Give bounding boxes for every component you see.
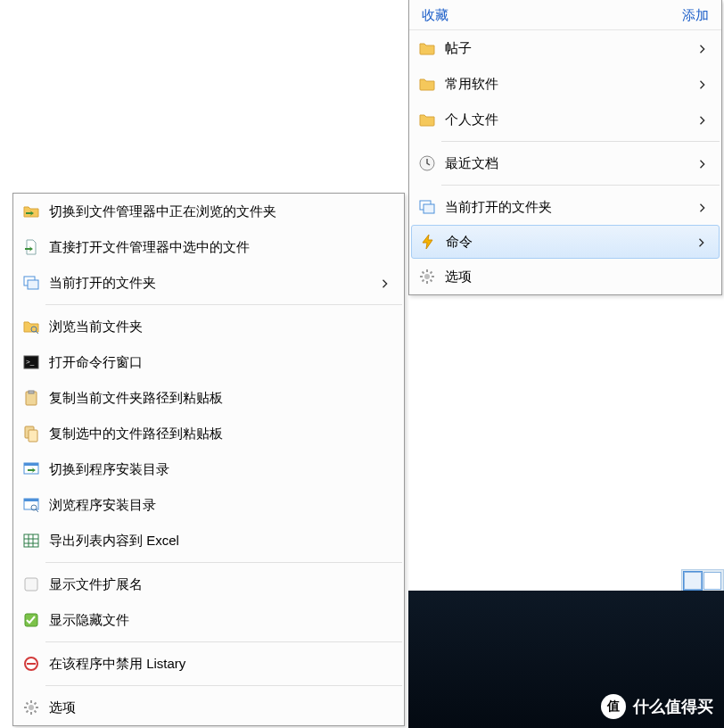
thumb-1[interactable] <box>684 572 702 590</box>
excel-icon <box>22 532 40 550</box>
menu-item-label: 切换到程序安装目录 <box>49 461 393 478</box>
window-go-icon <box>22 460 40 478</box>
folder-search-icon <box>22 318 40 335</box>
menu-item-label: 切换到文件管理器中正在浏览的文件夹 <box>49 203 393 220</box>
check-off-icon <box>22 575 40 593</box>
menu-item-commands[interactable]: 命令 <box>411 225 720 259</box>
menu-item-label: 在该程序中禁用 Listary <box>49 656 393 673</box>
forbid-icon <box>22 655 40 673</box>
menu-item-label: 命令 <box>446 234 688 251</box>
menu-item-label: 选项 <box>49 699 393 716</box>
separator <box>45 304 402 305</box>
menu-item-open-folders-2[interactable]: 当前打开的文件夹 <box>13 265 404 301</box>
menu-item-label: 浏览当前文件夹 <box>49 318 393 335</box>
menu-item-open-folders[interactable]: 当前打开的文件夹 <box>409 189 721 225</box>
clipboard-multi-icon <box>22 425 40 443</box>
menu-item-switch-fm-folder[interactable]: 切换到文件管理器中正在浏览的文件夹 <box>13 194 404 229</box>
commands-list: 切换到文件管理器中正在浏览的文件夹直接打开文件管理器中选中的文件当前打开的文件夹… <box>13 194 404 725</box>
menu-item-open-cmd[interactable]: 打开命令行窗口 <box>13 344 404 380</box>
chevron-right-icon <box>698 41 711 56</box>
bolt-icon <box>419 233 437 251</box>
menu-item-label: 个人文件 <box>445 112 689 128</box>
check-on-icon <box>22 611 40 629</box>
menu-item-label: 显示文件扩展名 <box>49 576 393 593</box>
menu-item-label: 打开命令行窗口 <box>49 354 393 371</box>
windows-icon <box>418 198 436 216</box>
watermark-text: 什么值得买 <box>633 696 713 717</box>
commands-submenu: 切换到文件管理器中正在浏览的文件夹直接打开文件管理器中选中的文件当前打开的文件夹… <box>12 193 405 726</box>
watermark-badge-icon: 值 <box>601 694 626 719</box>
folder-arrow-icon <box>22 203 40 220</box>
menu-item-label: 浏览程序安装目录 <box>49 497 393 514</box>
separator <box>45 641 402 642</box>
menu-item-label: 直接打开文件管理器中选中的文件 <box>49 239 393 256</box>
favorites-list: 帖子常用软件个人文件最近文档当前打开的文件夹命令选项 <box>409 30 721 294</box>
menu-item-browse-install[interactable]: 浏览程序安装目录 <box>13 487 404 523</box>
separator <box>441 185 720 186</box>
menu-item-browse-folder[interactable]: 浏览当前文件夹 <box>13 309 404 344</box>
menu-item-label: 当前打开的文件夹 <box>445 199 689 216</box>
folder-icon <box>418 75 436 93</box>
menu-item-open-fm-file[interactable]: 直接打开文件管理器中选中的文件 <box>13 229 404 265</box>
clock-icon <box>418 154 436 172</box>
menu-item-copy-file-path[interactable]: 复制选中的文件路径到粘贴板 <box>13 416 404 451</box>
favorites-header: 收藏 添加 <box>409 0 721 30</box>
menu-item-copy-folder-path[interactable]: 复制当前文件夹路径到粘贴板 <box>13 380 404 416</box>
separator <box>45 685 402 686</box>
menu-item-label: 常用软件 <box>445 76 689 93</box>
gear-icon <box>22 699 40 716</box>
menu-item-label: 选项 <box>445 269 711 285</box>
chevron-right-icon <box>698 156 711 171</box>
menu-item-show-ext[interactable]: 显示文件扩展名 <box>13 567 404 602</box>
menu-item-label: 显示隐藏文件 <box>49 612 393 629</box>
menu-item-label: 复制当前文件夹路径到粘贴板 <box>49 390 393 407</box>
clipboard-icon <box>22 389 40 407</box>
chevron-right-icon <box>698 200 711 215</box>
chevron-right-icon <box>698 112 711 128</box>
menu-item-export-excel[interactable]: 导出列表内容到 Excel <box>13 523 404 558</box>
chevron-right-icon <box>697 235 710 250</box>
menu-item-personal[interactable]: 个人文件 <box>409 102 721 137</box>
menu-item-disable-listary[interactable]: 在该程序中禁用 Listary <box>13 646 404 682</box>
menu-item-options[interactable]: 选项 <box>409 259 721 294</box>
menu-item-common-sw[interactable]: 常用软件 <box>409 66 721 102</box>
menu-item-label: 帖子 <box>445 40 689 57</box>
watermark: 值 什么值得买 <box>601 694 713 719</box>
menu-item-posts[interactable]: 帖子 <box>409 30 721 66</box>
menu-item-recent[interactable]: 最近文档 <box>409 145 721 181</box>
folder-icon <box>418 39 436 57</box>
menu-item-show-hidden[interactable]: 显示隐藏文件 <box>13 602 404 638</box>
chevron-right-icon <box>698 77 711 92</box>
favorites-title[interactable]: 收藏 <box>422 7 448 24</box>
separator <box>441 141 720 142</box>
thumb-2[interactable] <box>703 572 721 590</box>
separator <box>45 562 402 563</box>
menu-item-switch-install[interactable]: 切换到程序安装目录 <box>13 451 404 487</box>
menu-item-options-2[interactable]: 选项 <box>13 690 404 725</box>
menu-item-label: 当前打开的文件夹 <box>49 275 372 292</box>
gear-icon <box>418 268 436 285</box>
favorites-menu: 收藏 添加 帖子常用软件个人文件最近文档当前打开的文件夹命令选项 <box>408 0 722 295</box>
window-search-icon <box>22 496 40 514</box>
windows-icon <box>22 274 40 292</box>
terminal-icon <box>22 353 40 371</box>
menu-item-label: 导出列表内容到 Excel <box>49 533 393 550</box>
menu-item-label: 最近文档 <box>445 155 689 172</box>
add-favorite-button[interactable]: 添加 <box>682 7 709 24</box>
taskbar-thumbnails[interactable] <box>681 569 724 592</box>
file-arrow-icon <box>22 238 40 256</box>
folder-icon <box>418 111 436 128</box>
chevron-right-icon <box>381 276 393 291</box>
menu-item-label: 复制选中的文件路径到粘贴板 <box>49 426 393 443</box>
